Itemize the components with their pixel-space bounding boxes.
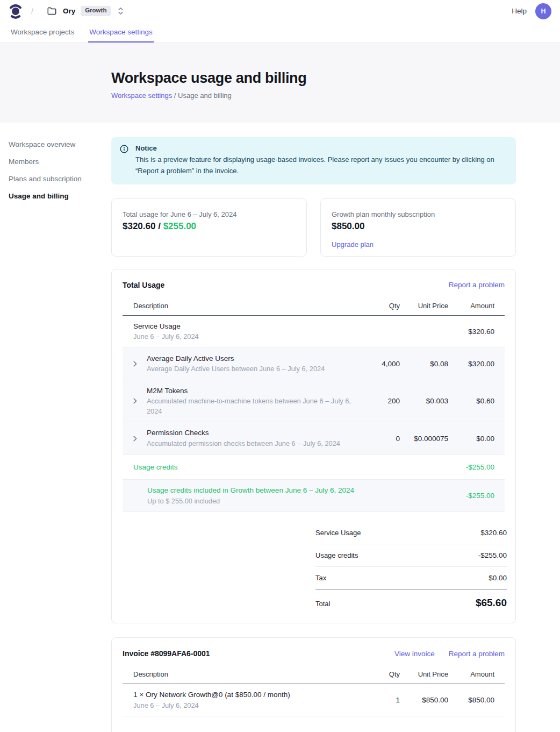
row-amount: $320.00 [448,360,494,368]
row-qty: 1 [362,696,400,704]
notice-title: Notice [135,144,506,152]
workspace-tab[interactable]: Workspace settings [88,22,154,42]
column-description: Description [133,297,362,315]
row-subtext: Up to $ 255.00 included [147,496,354,507]
sidebar-item[interactable]: Plans and subscription [9,172,111,186]
user-avatar[interactable]: H [535,3,551,19]
plan-badge: Growth [81,6,111,16]
usage-panel-title: Total Usage [123,281,164,289]
subscription-card-label: Growth plan monthly subscription [332,210,505,218]
invoice-report-problem-link[interactable]: Report a problem [449,650,505,658]
sidebar-item[interactable]: Members [9,154,111,169]
usage-table-row: Usage credits included in Growth between… [123,480,505,512]
usage-summary-row: Total $65.60 [315,589,507,611]
usage-table-row: Service Usage June 6 – July 6, 2024 $320… [123,316,505,348]
top-bar: / Ory Growth Help H [0,0,560,22]
row-subtext: Accumulated machine-to-machine tokens be… [147,396,362,416]
row-name: Usage credits [133,462,178,473]
row-amount: -$255.00 [448,463,494,471]
row-subtext: June 6 – July 6, 2024 [133,332,199,342]
row-qty: 0 [362,435,400,443]
usage-summary-row: Usage credits -$255.00 [315,544,507,567]
column-qty: Qty [362,297,400,315]
usage-summary-row: Tax $0.00 [315,567,507,589]
invoice-panel: Invoice #8099AFA6-0001 View invoice Repo… [111,637,516,732]
column-qty: Qty [362,665,400,684]
included-credits-value: $255.00 [163,221,196,231]
expand-row-chevron-icon[interactable] [133,361,141,367]
row-name: Permission Checks [147,428,340,438]
row-name: M2M Tokens [147,386,362,396]
total-usage-card-label: Total usage for June 6 – July 6, 2024 [123,210,296,218]
summary-value: -$255.00 [478,551,507,559]
row-name: 1 × Ory Network Growth@0 (at $850.00 / m… [133,690,290,700]
row-unit-price: $0.000075 [400,435,448,443]
total-usage-panel: Total Usage Report a problem Description… [111,269,516,624]
row-unit-price: $0.003 [400,397,448,405]
breadcrumb-current: / Usage and billing [172,91,232,100]
expand-row-chevron-icon[interactable] [133,398,141,404]
settings-sidebar: Workspace overview Members Plans and sub… [9,137,111,732]
usage-summary: Service Usage $320.60 Usage credits -$25… [315,522,507,611]
column-amount: Amount [448,297,494,315]
row-subtext: Average Daily Active Users between June … [147,364,325,374]
invoice-table: Description Qty Unit Price Amount 1 × Or… [123,665,505,716]
usage-table-header: Description Qty Unit Price Amount [123,297,505,316]
row-name: Average Daily Active Users [147,353,325,364]
ory-logo-icon[interactable] [9,3,23,19]
usage-table-row: Average Daily Active Users Average Daily… [123,348,505,380]
invoice-table-header: Description Qty Unit Price Amount [123,665,505,684]
invoice-panel-title: Invoice #8099AFA6-0001 [123,649,210,658]
page-title: Workspace usage and billing [111,70,560,87]
usage-table-row: Permission Checks Accumulated permission… [123,422,505,454]
summary-label: Service Usage [315,529,361,537]
breadcrumb-workspace-settings-link[interactable]: Workspace settings [111,91,172,100]
workspace-tabbar: Workspace projects Workspace settings [0,22,560,43]
summary-label: Usage credits [315,551,358,559]
row-amount: -$255.00 [448,492,494,500]
workspace-tab[interactable]: Workspace projects [10,22,75,42]
usage-report-problem-link[interactable]: Report a problem [449,281,505,289]
usage-table-row: M2M Tokens Accumulated machine-to-machin… [123,380,505,423]
subscription-card-value: $850.00 [332,221,505,232]
total-usage-card-value: $320.60 / $255.00 [123,221,296,232]
invoice-table-row: 1 × Ory Network Growth@0 (at $850.00 / m… [123,684,505,716]
column-unit-price: Unit Price [400,297,448,315]
row-unit-price: $850.00 [400,696,448,704]
usage-table: Description Qty Unit Price Amount Servic… [123,297,505,513]
notice-banner: Notice This is a preview feature for dis… [111,137,516,184]
help-button[interactable]: Help [512,7,527,15]
expand-row-chevron-icon[interactable] [133,436,141,442]
subscription-card: Growth plan monthly subscription $850.00… [320,198,516,257]
usage-table-row: Usage credits -$255.00 [123,455,505,480]
workspace-switcher-icon[interactable] [117,7,124,15]
sidebar-item[interactable]: Usage and billing [9,189,111,203]
page-header: Workspace usage and billing Workspace se… [0,43,560,123]
summary-value: $65.60 [476,597,507,609]
notice-body: This is a preview feature for displaying… [135,154,506,177]
row-amount: $0.60 [448,397,494,405]
row-name: Service Usage [133,321,199,332]
column-unit-price: Unit Price [400,665,448,684]
summary-label: Tax [315,574,326,582]
breadcrumb: Workspace settings / Usage and billing [111,91,560,100]
row-unit-price: $0.08 [400,360,448,368]
row-amount: $320.60 [448,328,494,336]
info-icon [120,144,128,177]
usage-summary-row: Service Usage $320.60 [315,522,507,544]
upgrade-plan-link[interactable]: Upgrade plan [332,240,374,248]
row-qty: 4,000 [362,360,400,368]
folder-icon [47,7,56,15]
row-subtext: Accumulated permission checks between Ju… [147,439,340,449]
breadcrumb-slash: / [31,7,33,16]
column-description: Description [133,665,362,684]
invoice-summary: 1 × Ory Network Growth@0 (at $850.00 / m… [315,726,507,732]
view-invoice-link[interactable]: View invoice [394,650,435,658]
column-amount: Amount [448,665,494,684]
sidebar-item[interactable]: Workspace overview [9,137,111,152]
summary-label: Total [315,600,330,608]
row-name: Usage credits included in Growth between… [147,485,354,496]
row-amount: $0.00 [448,435,494,443]
row-qty: 200 [362,397,400,405]
workspace-name[interactable]: Ory [63,7,75,15]
